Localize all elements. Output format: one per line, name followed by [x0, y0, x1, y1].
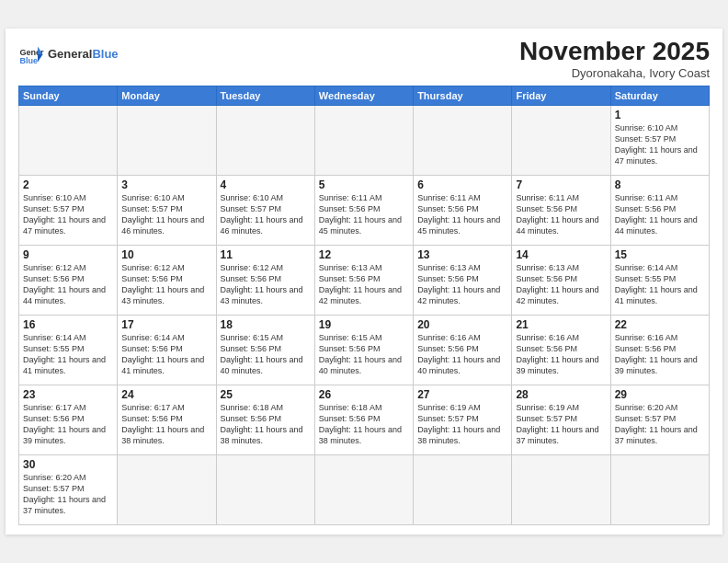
weekday-header-saturday: Saturday [610, 86, 709, 105]
day-info: Sunrise: 6:13 AM Sunset: 5:56 PM Dayligh… [516, 262, 606, 307]
day-number: 10 [121, 248, 211, 261]
day-number: 2 [23, 178, 113, 191]
calendar-body: 1Sunrise: 6:10 AM Sunset: 5:57 PM Daylig… [19, 105, 710, 524]
day-number: 9 [23, 248, 113, 261]
calendar-cell [512, 454, 610, 524]
day-info: Sunrise: 6:13 AM Sunset: 5:56 PM Dayligh… [319, 262, 409, 307]
calendar-cell [19, 105, 118, 175]
calendar-cell: 1Sunrise: 6:10 AM Sunset: 5:57 PM Daylig… [610, 105, 709, 175]
day-number: 19 [319, 318, 409, 331]
calendar-cell [314, 105, 413, 175]
calendar-cell: 5Sunrise: 6:11 AM Sunset: 5:56 PM Daylig… [314, 175, 413, 245]
day-info: Sunrise: 6:10 AM Sunset: 5:57 PM Dayligh… [615, 122, 705, 167]
calendar-cell: 7Sunrise: 6:11 AM Sunset: 5:56 PM Daylig… [512, 175, 610, 245]
calendar-cell: 27Sunrise: 6:19 AM Sunset: 5:57 PM Dayli… [414, 385, 512, 454]
day-info: Sunrise: 6:17 AM Sunset: 5:56 PM Dayligh… [121, 402, 211, 447]
calendar-cell: 26Sunrise: 6:18 AM Sunset: 5:56 PM Dayli… [314, 385, 413, 454]
day-info: Sunrise: 6:14 AM Sunset: 5:56 PM Dayligh… [121, 332, 211, 377]
calendar-cell: 23Sunrise: 6:17 AM Sunset: 5:56 PM Dayli… [19, 385, 118, 454]
calendar-header: General Blue GeneralBlue November 2025 D… [18, 38, 710, 80]
day-number: 8 [615, 178, 705, 191]
weekday-header-thursday: Thursday [414, 86, 512, 105]
calendar-cell: 20Sunrise: 6:16 AM Sunset: 5:56 PM Dayli… [414, 315, 512, 385]
calendar-cell: 30Sunrise: 6:20 AM Sunset: 5:57 PM Dayli… [19, 454, 118, 524]
day-number: 13 [417, 248, 507, 261]
day-number: 18 [221, 318, 311, 331]
calendar-container: General Blue GeneralBlue November 2025 D… [6, 29, 722, 534]
calendar-cell: 22Sunrise: 6:16 AM Sunset: 5:56 PM Dayli… [610, 315, 709, 385]
day-number: 3 [121, 178, 211, 191]
day-info: Sunrise: 6:20 AM Sunset: 5:57 PM Dayligh… [23, 472, 113, 517]
calendar-cell: 24Sunrise: 6:17 AM Sunset: 5:56 PM Dayli… [118, 385, 216, 454]
day-info: Sunrise: 6:12 AM Sunset: 5:56 PM Dayligh… [221, 262, 311, 307]
logo-icon: General Blue [18, 41, 44, 67]
calendar-cell: 17Sunrise: 6:14 AM Sunset: 5:56 PM Dayli… [118, 315, 216, 385]
day-info: Sunrise: 6:14 AM Sunset: 5:55 PM Dayligh… [615, 262, 705, 307]
day-info: Sunrise: 6:19 AM Sunset: 5:57 PM Dayligh… [417, 402, 507, 447]
week-row-5: 30Sunrise: 6:20 AM Sunset: 5:57 PM Dayli… [19, 454, 710, 524]
week-row-0: 1Sunrise: 6:10 AM Sunset: 5:57 PM Daylig… [19, 105, 710, 175]
weekday-header-monday: Monday [118, 86, 216, 105]
calendar-cell [118, 105, 216, 175]
day-info: Sunrise: 6:19 AM Sunset: 5:57 PM Dayligh… [516, 402, 606, 447]
day-info: Sunrise: 6:16 AM Sunset: 5:56 PM Dayligh… [615, 332, 705, 377]
month-title: November 2025 [519, 38, 710, 66]
day-info: Sunrise: 6:15 AM Sunset: 5:56 PM Dayligh… [319, 332, 409, 377]
calendar-cell: 10Sunrise: 6:12 AM Sunset: 5:56 PM Dayli… [118, 245, 216, 315]
day-info: Sunrise: 6:11 AM Sunset: 5:56 PM Dayligh… [516, 192, 606, 237]
week-row-4: 23Sunrise: 6:17 AM Sunset: 5:56 PM Dayli… [19, 385, 710, 454]
day-info: Sunrise: 6:20 AM Sunset: 5:57 PM Dayligh… [615, 402, 705, 447]
day-info: Sunrise: 6:12 AM Sunset: 5:56 PM Dayligh… [23, 262, 113, 307]
calendar-cell: 19Sunrise: 6:15 AM Sunset: 5:56 PM Dayli… [314, 315, 413, 385]
calendar-cell: 16Sunrise: 6:14 AM Sunset: 5:55 PM Dayli… [19, 315, 118, 385]
day-info: Sunrise: 6:10 AM Sunset: 5:57 PM Dayligh… [23, 192, 113, 237]
day-number: 17 [121, 318, 211, 331]
day-number: 15 [615, 248, 705, 261]
calendar-cell: 13Sunrise: 6:13 AM Sunset: 5:56 PM Dayli… [414, 245, 512, 315]
calendar-cell: 8Sunrise: 6:11 AM Sunset: 5:56 PM Daylig… [610, 175, 709, 245]
day-info: Sunrise: 6:10 AM Sunset: 5:57 PM Dayligh… [121, 192, 211, 237]
day-number: 22 [615, 318, 705, 331]
day-number: 6 [417, 178, 507, 191]
calendar-cell [216, 105, 314, 175]
day-info: Sunrise: 6:17 AM Sunset: 5:56 PM Dayligh… [23, 402, 113, 447]
day-info: Sunrise: 6:12 AM Sunset: 5:56 PM Dayligh… [121, 262, 211, 307]
calendar-grid: SundayMondayTuesdayWednesdayThursdayFrid… [18, 86, 710, 525]
week-row-2: 9Sunrise: 6:12 AM Sunset: 5:56 PM Daylig… [19, 245, 710, 315]
day-number: 4 [221, 178, 311, 191]
day-number: 28 [516, 388, 606, 401]
day-number: 1 [615, 109, 705, 121]
calendar-cell [414, 105, 512, 175]
day-number: 21 [516, 318, 606, 331]
week-row-3: 16Sunrise: 6:14 AM Sunset: 5:55 PM Dayli… [19, 315, 710, 385]
day-info: Sunrise: 6:11 AM Sunset: 5:56 PM Dayligh… [615, 192, 705, 237]
day-number: 11 [221, 248, 311, 261]
calendar-cell [314, 454, 413, 524]
calendar-cell: 28Sunrise: 6:19 AM Sunset: 5:57 PM Dayli… [512, 385, 610, 454]
calendar-cell [414, 454, 512, 524]
day-info: Sunrise: 6:10 AM Sunset: 5:57 PM Dayligh… [221, 192, 311, 237]
location-subtitle: Dyoronakaha, Ivory Coast [519, 66, 710, 80]
day-number: 20 [417, 318, 507, 331]
day-number: 12 [319, 248, 409, 261]
day-number: 29 [615, 388, 705, 401]
day-number: 7 [516, 178, 606, 191]
calendar-cell: 21Sunrise: 6:16 AM Sunset: 5:56 PM Dayli… [512, 315, 610, 385]
calendar-cell: 12Sunrise: 6:13 AM Sunset: 5:56 PM Dayli… [314, 245, 413, 315]
day-info: Sunrise: 6:11 AM Sunset: 5:56 PM Dayligh… [417, 192, 507, 237]
day-number: 27 [417, 388, 507, 401]
weekday-header-row: SundayMondayTuesdayWednesdayThursdayFrid… [19, 86, 710, 105]
calendar-cell: 2Sunrise: 6:10 AM Sunset: 5:57 PM Daylig… [19, 175, 118, 245]
day-info: Sunrise: 6:16 AM Sunset: 5:56 PM Dayligh… [516, 332, 606, 377]
calendar-cell: 14Sunrise: 6:13 AM Sunset: 5:56 PM Dayli… [512, 245, 610, 315]
calendar-cell: 3Sunrise: 6:10 AM Sunset: 5:57 PM Daylig… [118, 175, 216, 245]
calendar-cell: 15Sunrise: 6:14 AM Sunset: 5:55 PM Dayli… [610, 245, 709, 315]
day-number: 30 [23, 458, 113, 471]
calendar-cell: 18Sunrise: 6:15 AM Sunset: 5:56 PM Dayli… [216, 315, 314, 385]
svg-text:Blue: Blue [19, 56, 38, 65]
day-number: 5 [319, 178, 409, 191]
day-info: Sunrise: 6:11 AM Sunset: 5:56 PM Dayligh… [319, 192, 409, 237]
weekday-header-friday: Friday [512, 86, 610, 105]
calendar-cell: 11Sunrise: 6:12 AM Sunset: 5:56 PM Dayli… [216, 245, 314, 315]
weekday-header-tuesday: Tuesday [216, 86, 314, 105]
